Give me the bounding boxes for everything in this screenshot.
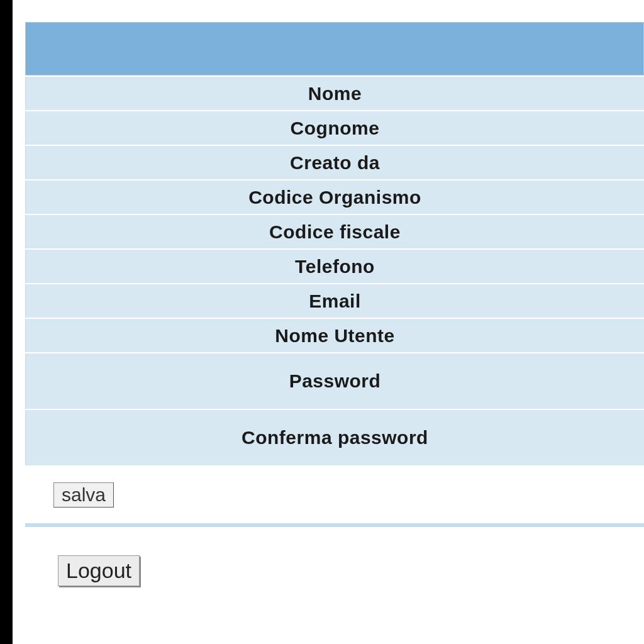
header-bar — [25, 22, 644, 75]
field-label-codice-organismo: Codice Organismo — [26, 180, 645, 214]
table-row: Codice fiscale — [26, 214, 645, 249]
field-label-password: Password — [26, 353, 645, 409]
field-label-email: Email — [26, 284, 645, 318]
field-label-nome: Nome — [26, 76, 645, 111]
table-row: Codice Organismo — [26, 180, 645, 214]
page-container: Nome Cognome Creato da Codice Organismo … — [13, 0, 644, 644]
form-fields-table: Nome Cognome Creato da Codice Organismo … — [25, 75, 644, 467]
table-row: Password — [26, 353, 645, 409]
table-row: Creato da — [26, 145, 645, 180]
field-label-conferma-password: Conferma password — [26, 409, 645, 466]
save-button-row: salva — [25, 467, 644, 523]
table-row: Email — [26, 284, 645, 318]
table-row: Conferma password — [26, 409, 645, 466]
save-button[interactable]: salva — [53, 482, 114, 508]
field-label-cognome: Cognome — [26, 111, 645, 145]
table-row: Telefono — [26, 249, 645, 284]
table-row: Nome Utente — [26, 318, 645, 353]
logout-row: Logout — [25, 527, 644, 586]
field-label-creato-da: Creato da — [26, 145, 645, 180]
field-label-codice-fiscale: Codice fiscale — [26, 214, 645, 249]
field-label-nome-utente: Nome Utente — [26, 318, 645, 353]
table-row: Nome — [26, 76, 645, 111]
field-label-telefono: Telefono — [26, 249, 645, 284]
table-row: Cognome — [26, 111, 645, 145]
logout-button[interactable]: Logout — [58, 555, 140, 586]
